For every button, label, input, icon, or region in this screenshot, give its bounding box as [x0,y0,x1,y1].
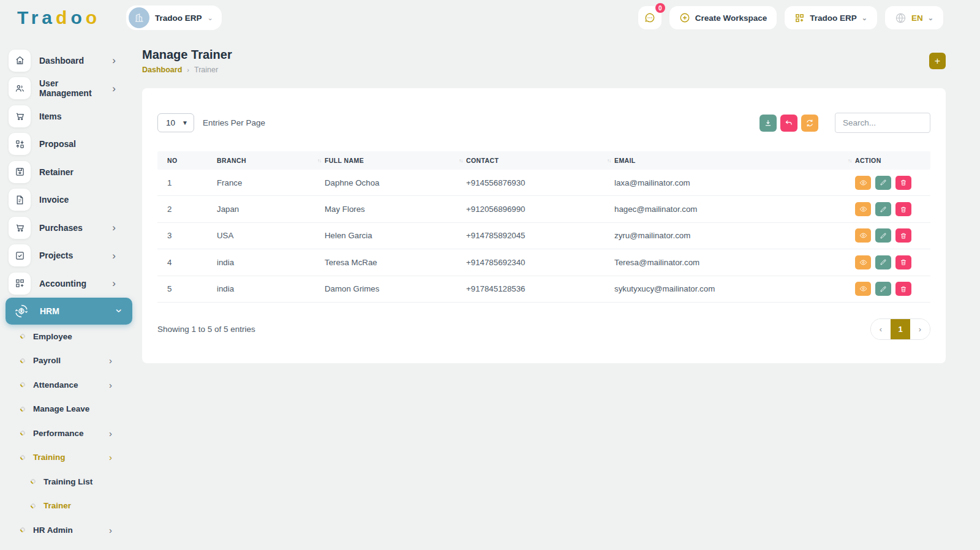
sidebar-item-employee[interactable]: Employee [0,325,138,349]
cell-no: 1 [157,178,217,187]
create-workspace-button[interactable]: Create Workspace [669,6,777,29]
chevron-right-icon: › [109,429,112,438]
current-page-button[interactable]: 1 [891,319,910,339]
page-title: Manage Trainer [142,48,232,62]
view-button[interactable] [855,202,871,216]
bullet-icon [19,454,26,461]
breadcrumb-current: Trainer [194,66,218,74]
sort-icon[interactable]: ↑↓ [317,158,321,164]
save-icon [9,161,31,183]
cell-contact: +914785892045 [466,231,614,240]
cell-contact: +914556876930 [466,178,614,187]
sidebar-item-proposal[interactable]: Proposal [0,130,138,159]
export-button[interactable] [760,115,777,132]
edit-button[interactable] [875,202,891,216]
search-input[interactable] [835,113,930,133]
edit-button[interactable] [875,228,891,243]
chevron-down-icon: ▼ [182,119,188,126]
eye-icon [859,232,867,239]
next-page-button[interactable]: › [910,319,930,339]
cell-contact: +912056896990 [466,205,614,214]
create-workspace-label: Create Workspace [695,13,767,23]
home-icon [9,50,31,72]
cell-full-name: May Flores [325,205,466,214]
trainer-table-card: 10 ▼ Entries Per Page NO BRANCH↑↓ [142,88,946,363]
edit-button[interactable] [875,255,891,269]
delete-button[interactable] [895,255,911,269]
delete-button[interactable] [895,282,911,296]
grid-plus-icon [9,273,31,295]
view-button[interactable] [855,282,871,296]
cell-branch: USA [217,231,325,240]
sidebar-item-payroll[interactable]: Payroll › [0,348,138,373]
language-selector[interactable]: EN ⌄ [885,6,943,29]
chat-button[interactable]: 0 [638,6,662,29]
column-header-full-name[interactable]: FULL NAME↑↓ [325,157,466,164]
previous-page-button[interactable]: ‹ [871,319,891,339]
workspace-label: Tradoo ERP [155,13,202,23]
sidebar-item-user-management[interactable]: User Management › [0,75,138,103]
add-trainer-button[interactable]: + [929,53,946,69]
undo-icon [785,119,793,127]
sidebar-item-invoice[interactable]: Invoice [0,186,138,214]
table-actions [760,113,930,133]
topbar-actions: 0 Create Workspace Tradoo ERP ⌄ EN ⌄ [638,6,943,29]
chevron-down-icon: ⌄ [208,14,213,22]
eye-icon [859,258,867,266]
trash-icon [900,232,907,239]
sidebar-item-dashboard[interactable]: Dashboard › [0,47,138,75]
entries-per-page-select[interactable]: 10 ▼ [157,113,194,132]
sidebar-item-training-list[interactable]: Training List [0,470,138,494]
pencil-icon [880,232,887,239]
cell-email: hagec@mailinator.com [614,205,855,214]
page-header: Manage Trainer Dashboard › Trainer + [142,48,946,74]
sidebar-item-attendance[interactable]: Attendance › [0,373,138,397]
delete-button[interactable] [895,202,911,216]
undo-button[interactable] [780,115,797,132]
workspace-avatar [129,7,149,28]
main-content: Manage Trainer Dashboard › Trainer + 10 … [142,36,946,363]
view-button[interactable] [855,255,871,269]
sidebar-item-manage-leave[interactable]: Manage Leave [0,397,138,421]
table-row: 5 india Damon Grimes +917845128536 sykut… [157,276,930,303]
column-header-email[interactable]: EMAIL↑↓ [614,157,855,164]
sidebar-item-performance[interactable]: Performance › [0,421,138,446]
sidebar-item-hrm[interactable]: HRM › [6,298,132,325]
view-button[interactable] [855,176,871,190]
chevron-down-icon: ⌄ [862,14,867,22]
edit-button[interactable] [875,176,891,190]
pagination: ‹ 1 › [870,318,930,340]
sidebar-item-trainer[interactable]: Trainer [0,494,138,518]
sort-icon[interactable]: ↑↓ [848,158,851,164]
cell-email: zyru@mailinator.com [614,231,855,240]
chevron-right-icon: › [112,55,116,66]
trainer-table: NO BRANCH↑↓ FULL NAME↑↓ CONTACT↑↓ EMAIL↑… [157,151,930,303]
sidebar-item-hr-admin[interactable]: HR Admin › [0,518,138,543]
pencil-icon [880,206,887,213]
refresh-button[interactable] [801,115,818,132]
sort-icon[interactable]: ↑↓ [459,158,462,164]
erp-switcher-button[interactable]: Tradoo ERP ⌄ [785,6,877,29]
workspace-selector[interactable]: Tradoo ERP ⌄ [126,6,222,30]
sidebar-item-accounting[interactable]: Accounting › [0,269,138,298]
column-header-contact[interactable]: CONTACT↑↓ [466,157,614,164]
chevron-right-icon: › [109,453,112,462]
cell-branch: india [217,258,325,267]
edit-button[interactable] [875,282,891,296]
cell-branch: Japan [217,205,325,214]
cell-actions [855,255,930,269]
cell-contact: +917845128536 [466,284,614,293]
erp-switcher-label: Tradoo ERP [810,13,857,23]
sidebar-item-training[interactable]: Training › [0,445,138,470]
sidebar-item-projects[interactable]: Projects › [0,242,138,270]
view-button[interactable] [855,228,871,243]
sort-icon[interactable]: ↑↓ [607,158,611,164]
sidebar-item-items[interactable]: Items [0,102,138,130]
column-header-branch[interactable]: BRANCH↑↓ [217,157,325,164]
sidebar-item-purchases[interactable]: Purchases › [0,214,138,242]
sidebar-item-retainer[interactable]: Retainer [0,158,138,186]
delete-button[interactable] [895,228,911,243]
breadcrumb-dashboard-link[interactable]: Dashboard [142,66,182,74]
table-header-row: NO BRANCH↑↓ FULL NAME↑↓ CONTACT↑↓ EMAIL↑… [157,151,930,170]
delete-button[interactable] [895,176,911,190]
